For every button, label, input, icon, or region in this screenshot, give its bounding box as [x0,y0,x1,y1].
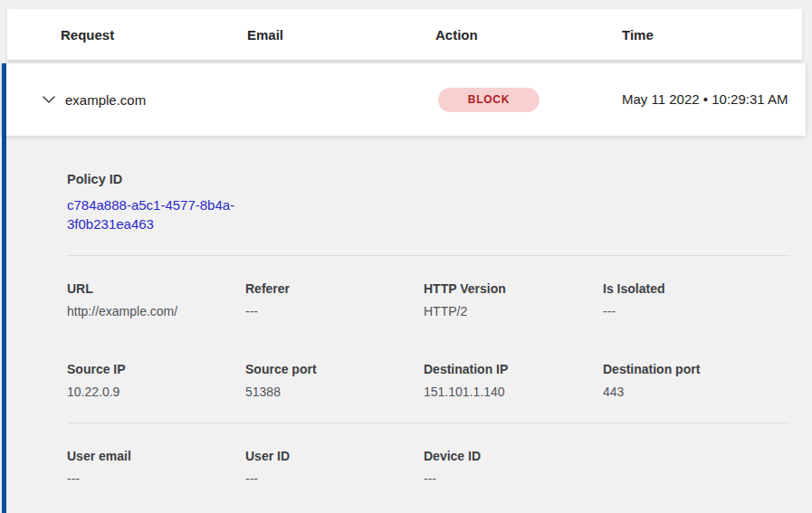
field-label: Device ID [424,449,603,463]
field-value: HTTP/2 [424,304,603,318]
field-label: Source port [245,362,424,376]
field-value: 151.101.1.140 [424,385,603,399]
field-device-id: Device ID --- [424,449,603,486]
request-fields-row-3: User email --- User ID --- Device ID --- [67,449,790,486]
field-label: User ID [245,449,424,463]
field-value: 10.22.0.9 [67,385,245,399]
column-header-request: Request [61,27,247,43]
field-label: Source IP [67,362,245,376]
column-header-time: Time [622,27,802,43]
field-referer: Referer --- [245,281,424,318]
policy-id-link[interactable]: c784a888-a5c1-4577-8b4a-3f0b231ea463 [67,195,259,233]
field-empty [603,449,790,486]
chevron-down-icon [43,93,55,107]
collapse-row-button[interactable] [38,89,60,110]
policy-id-label: Policy ID [67,172,790,186]
field-value: 443 [603,385,790,399]
table-header: Request Email Action Time [7,9,802,60]
field-value: --- [67,471,245,486]
table-row[interactable]: example.com BLOCK May 11 2022 • 10:29:31… [2,63,806,136]
field-value: --- [245,471,424,486]
column-header-action: Action [435,27,622,43]
field-http-version: HTTP Version HTTP/2 [424,281,603,318]
request-hostname: example.com [65,92,146,108]
field-label: User email [67,449,245,463]
request-time: May 11 2022 • 10:29:31 AM [622,89,794,110]
field-label: URL [67,281,245,296]
field-label: HTTP Version [424,281,603,296]
request-fields-row-2: Source IP 10.22.0.9 Source port 51388 De… [67,362,790,399]
field-label: Destination port [603,362,790,376]
column-header-email: Email [247,27,435,43]
field-value: http://example.com/ [67,304,245,318]
field-label: Is Isolated [603,281,790,296]
spacer [67,318,790,362]
field-value: --- [424,471,603,486]
request-fields-row-1: URL http://example.com/ Referer --- HTTP… [67,281,790,318]
field-source-ip: Source IP 10.22.0.9 [67,362,245,399]
row-details-panel: Policy ID c784a888-a5c1-4577-8b4a-3f0b23… [2,136,812,513]
block-status-badge: BLOCK [438,88,540,112]
policy-id-block: Policy ID c784a888-a5c1-4577-8b4a-3f0b23… [67,172,790,233]
field-label: Referer [245,281,424,296]
field-label: Destination IP [424,362,603,376]
field-value: --- [603,304,790,318]
request-cell: example.com [6,89,247,110]
field-user-id: User ID --- [245,449,424,486]
field-destination-port: Destination port 443 [603,362,790,399]
divider [67,255,790,256]
field-value: --- [245,304,424,318]
field-source-port: Source port 51388 [245,362,424,399]
field-user-email: User email --- [67,449,245,486]
field-destination-ip: Destination IP 151.101.1.140 [424,362,603,399]
action-cell: BLOCK [435,88,622,112]
field-url: URL http://example.com/ [67,281,245,318]
divider [67,423,790,423]
field-value: 51388 [245,385,424,399]
field-is-isolated: Is Isolated --- [603,281,790,318]
